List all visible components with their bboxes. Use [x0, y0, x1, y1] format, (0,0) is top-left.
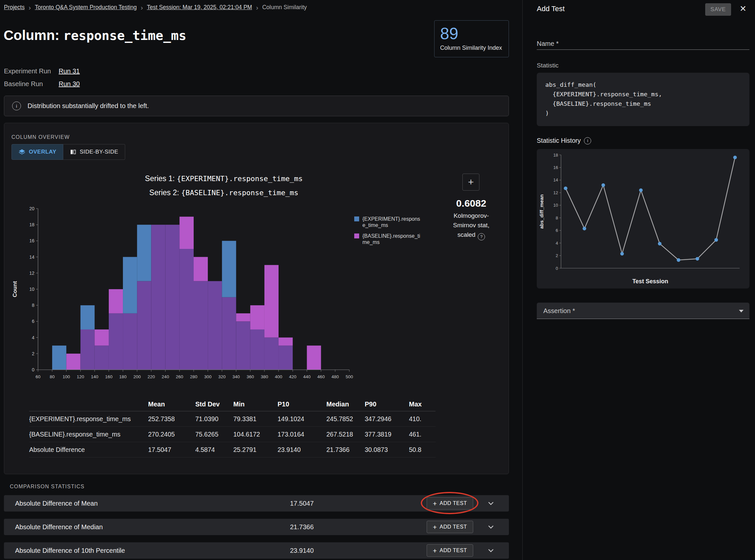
- histogram-chart: 0246810121416182060801001201401601802002…: [10, 205, 354, 385]
- legend-label: {EXPERIMENT}.response_time_ms: [363, 216, 421, 228]
- add-test-button[interactable]: +ADD TEST: [427, 544, 473, 557]
- svg-text:18: 18: [554, 153, 558, 158]
- chevron-down-icon[interactable]: [486, 499, 496, 508]
- svg-text:2: 2: [556, 253, 558, 258]
- svg-text:380: 380: [261, 374, 268, 379]
- comparison-row-value: 17.5047: [290, 495, 314, 512]
- svg-text:320: 320: [218, 374, 226, 379]
- assertion-label: Assertion *: [543, 303, 575, 319]
- run-info: Experiment Run Run 31 Baseline Run Run 3…: [4, 67, 80, 92]
- close-icon[interactable]: ✕: [740, 4, 747, 14]
- plus-icon: +: [433, 500, 437, 507]
- stats-col-max: Max: [409, 401, 435, 408]
- breadcrumb: Projects › Toronto Q&A System Production…: [4, 4, 307, 11]
- add-statistic-button[interactable]: +: [462, 174, 479, 191]
- stats-col-min: Min: [233, 401, 277, 408]
- legend-item-experiment: {EXPERIMENT}.response_time_ms: [354, 216, 421, 228]
- experiment-run-row: Experiment Run Run 31: [4, 67, 80, 75]
- chevron-down-icon[interactable]: [486, 522, 496, 532]
- plus-icon: +: [433, 524, 437, 531]
- legend-label: {BASELINE}.response_time_ms: [363, 233, 421, 245]
- plus-icon: +: [433, 547, 437, 554]
- breadcrumb-separator-icon: ›: [140, 4, 143, 11]
- side-by-side-icon: [70, 149, 76, 155]
- drift-warning-text: Distribution substantially drifted to th…: [27, 102, 149, 110]
- svg-text:460: 460: [317, 374, 325, 379]
- ks-stat-label: Kolmogorov-Smirnov stat, scaled ?: [444, 211, 499, 240]
- comparison-row-label: Absolute Difference of Median: [15, 519, 103, 535]
- add-test-button[interactable]: +ADD TEST: [427, 497, 473, 509]
- comparison-row-value: 21.7366: [290, 519, 314, 535]
- svg-text:420: 420: [289, 374, 296, 379]
- row-label: Absolute Difference: [29, 446, 148, 454]
- similarity-index-label: Column Similarity Index: [440, 44, 503, 52]
- table-row: Absolute Difference 17.5047 4.5874 25.27…: [29, 442, 435, 458]
- add-test-button[interactable]: +ADD TEST: [427, 521, 473, 533]
- breadcrumb-projects[interactable]: Projects: [4, 4, 24, 11]
- name-field[interactable]: [537, 38, 750, 50]
- svg-text:300: 300: [204, 374, 212, 379]
- overlay-toggle-label: OVERLAY: [29, 149, 56, 155]
- svg-text:8: 8: [32, 303, 34, 308]
- main-content: Projects › Toronto Q&A System Production…: [0, 0, 522, 560]
- chart-titles: Series 1: {EXPERIMENT}.response_time_ms …: [4, 172, 443, 200]
- svg-text:100: 100: [63, 374, 70, 379]
- page-title-prefix: Column:: [4, 27, 63, 43]
- svg-text:6: 6: [556, 228, 558, 233]
- series2-title: Series 2: {BASELINE}.response_time_ms: [4, 186, 443, 200]
- comparison-row-label: Absolute Difference of Mean: [15, 495, 98, 512]
- table-row: {BASELINE}.response_time_ms 270.2405 75.…: [29, 427, 435, 442]
- help-icon[interactable]: ?: [478, 233, 485, 240]
- experiment-run-link[interactable]: Run 31: [59, 67, 80, 75]
- svg-text:abs_diff_mean: abs_diff_mean: [539, 194, 544, 228]
- comparison-row-median: Absolute Difference of Median 21.7366 +A…: [4, 519, 509, 535]
- comparison-row-value: 23.9140: [290, 542, 314, 559]
- svg-text:0: 0: [32, 367, 34, 372]
- dropdown-arrow-icon: [739, 310, 743, 313]
- statistic-history-chart: 024681012141618abs_diff_meanTest Session: [537, 149, 750, 288]
- similarity-index-value: 89: [440, 24, 503, 43]
- svg-text:6: 6: [32, 319, 34, 324]
- svg-text:260: 260: [176, 374, 183, 379]
- svg-text:80: 80: [50, 374, 55, 379]
- breadcrumb-test-session[interactable]: Test Session: Mar 19, 2025, 02:21:04 PM: [147, 4, 252, 11]
- svg-text:14: 14: [29, 255, 34, 260]
- stats-col-median: Median: [326, 401, 365, 408]
- comparison-row-mean: Absolute Difference of Mean 17.5047 +ADD…: [4, 495, 509, 512]
- svg-text:480: 480: [332, 374, 339, 379]
- svg-text:440: 440: [303, 374, 311, 379]
- table-row: {EXPERIMENT}.response_time_ms 252.7358 7…: [29, 411, 435, 427]
- info-icon[interactable]: i: [584, 137, 591, 144]
- svg-text:2: 2: [32, 351, 34, 356]
- legend-swatch-1: [354, 234, 359, 238]
- chevron-down-icon[interactable]: [486, 546, 496, 555]
- save-button[interactable]: SAVE: [705, 3, 731, 16]
- stats-col-p10: P10: [277, 401, 326, 408]
- svg-text:60: 60: [35, 374, 40, 379]
- overlay-toggle-button[interactable]: OVERLAY: [12, 144, 63, 160]
- series1-title: Series 1: {EXPERIMENT}.response_time_ms: [4, 172, 443, 186]
- page-title-column-name: response_time_ms: [63, 28, 187, 43]
- row-label: {BASELINE}.response_time_ms: [29, 431, 148, 438]
- svg-text:340: 340: [232, 374, 240, 379]
- row-label: {EXPERIMENT}.response_time_ms: [29, 415, 148, 423]
- breadcrumb-project-name[interactable]: Toronto Q&A System Production Testing: [35, 4, 137, 11]
- side-by-side-toggle-button[interactable]: SIDE-BY-SIDE: [63, 144, 125, 160]
- view-mode-toggle: OVERLAY SIDE-BY-SIDE: [12, 144, 125, 160]
- svg-text:20: 20: [29, 206, 34, 211]
- svg-text:4: 4: [556, 241, 558, 246]
- svg-text:10: 10: [29, 286, 34, 292]
- column-overview-panel: COLUMN OVERVIEW OVERLAY SIDE-BY-SIDE Ser…: [4, 123, 509, 474]
- comparison-row-label: Absolute Difference of 10th Percentile: [15, 542, 125, 559]
- panel-title: Add Test: [537, 5, 565, 13]
- svg-text:220: 220: [148, 374, 155, 379]
- svg-text:160: 160: [105, 374, 113, 379]
- assertion-select[interactable]: Assertion *: [537, 303, 750, 319]
- svg-text:240: 240: [161, 374, 169, 379]
- chart-legend: {EXPERIMENT}.response_time_ms {BASELINE}…: [354, 216, 421, 245]
- drift-warning-banner: i Distribution substantially drifted to …: [4, 96, 509, 116]
- column-overview-label: COLUMN OVERVIEW: [12, 134, 70, 140]
- baseline-run-link[interactable]: Run 30: [59, 80, 80, 88]
- layers-icon: [18, 148, 25, 156]
- statistic-code-block: abs_diff_mean( {EXPERIMENT}.response_tim…: [537, 73, 750, 126]
